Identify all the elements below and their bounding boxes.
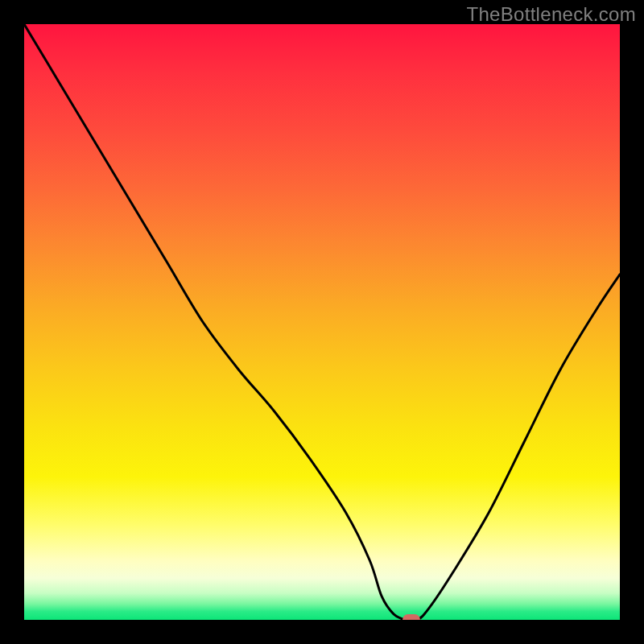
optimal-point-marker (402, 614, 420, 620)
curve-layer (24, 24, 620, 620)
plot-area (24, 24, 620, 620)
chart-frame: TheBottleneck.com (0, 0, 644, 644)
bottleneck-curve-path (24, 24, 620, 620)
watermark-text: TheBottleneck.com (466, 3, 636, 26)
